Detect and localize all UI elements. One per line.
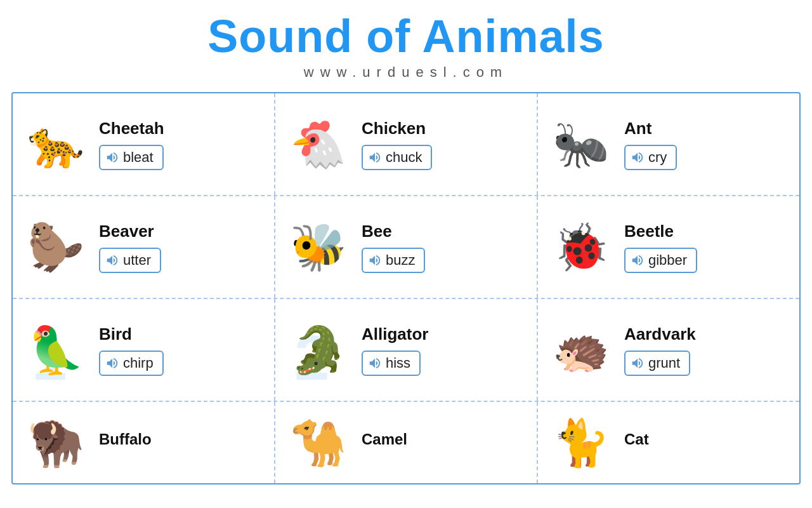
aardvark-image: 🦔 <box>543 312 619 388</box>
bee-info: Bee buzz <box>362 222 425 273</box>
beaver-sound-badge[interactable]: utter <box>99 248 161 273</box>
speaker-icon <box>105 150 119 164</box>
grid-cell-alligator: 2🐊Alligator hiss <box>275 299 538 401</box>
alligator-name: Alligator <box>362 324 428 344</box>
speaker-icon <box>105 253 119 267</box>
chicken-image: 🐔 <box>280 106 357 182</box>
cheetah-name: Cheetah <box>99 119 164 138</box>
cat-image: 🐈 <box>543 411 619 474</box>
beetle-info: Beetle gibber <box>624 222 697 273</box>
buffalo-info: Buffalo <box>99 431 152 455</box>
camel-info: Camel <box>362 431 407 455</box>
buffalo-name: Buffalo <box>99 431 152 448</box>
aardvark-name: Aardvark <box>624 324 696 344</box>
beaver-sound-text: utter <box>123 252 151 269</box>
chicken-name: Chicken <box>362 119 426 138</box>
chicken-info: Chicken chuck <box>362 119 432 170</box>
aardvark-sound-badge[interactable]: grunt <box>624 351 690 376</box>
page-subtitle: www.urduesl.com <box>0 64 812 81</box>
cheetah-sound-text: bleat <box>123 149 154 166</box>
grid-cell-beetle: 🐞Beetle gibber <box>538 196 799 298</box>
speaker-icon <box>368 150 382 164</box>
grid-row-3: 🦬Buffalo🐪Camel🐈Cat <box>13 402 799 483</box>
ant-image: 🐜 <box>543 106 619 182</box>
speaker-icon <box>631 253 645 267</box>
buffalo-image: 🦬 <box>18 411 94 474</box>
bird-sound-badge[interactable]: chirp <box>99 351 164 376</box>
bird-sound-text: chirp <box>123 355 154 371</box>
page-title: Sound of Animals <box>0 11 812 62</box>
grid-cell-cat: 🐈Cat <box>538 402 799 483</box>
beaver-name: Beaver <box>99 222 154 241</box>
chicken-sound-badge[interactable]: chuck <box>362 145 432 170</box>
camel-name: Camel <box>362 431 407 448</box>
beaver-info: Beaver utter <box>99 222 161 273</box>
bee-name: Bee <box>362 222 392 241</box>
bird-name: Bird <box>99 324 132 344</box>
ant-name: Ant <box>624 119 652 138</box>
cat-name: Cat <box>624 431 649 448</box>
bird-info: Bird chirp <box>99 324 164 376</box>
cheetah-sound-badge[interactable]: bleat <box>99 145 164 170</box>
speaker-icon <box>631 356 645 370</box>
beetle-name: Beetle <box>624 222 674 241</box>
grid-row-0: 🐆Cheetah bleat🐔Chicken chuck🐜Ant cry <box>13 93 799 196</box>
grid-cell-bird: 1🦜Bird chirp <box>13 299 275 401</box>
cat-info: Cat <box>624 431 649 455</box>
grid-row-2: 1🦜Bird chirp2🐊Alligator hiss🦔Aardvark gr… <box>13 299 799 402</box>
cheetah-image: 🐆 <box>18 106 94 182</box>
speaker-icon <box>368 253 382 267</box>
beaver-image: 🦫 <box>18 209 94 285</box>
grid-cell-camel: 🐪Camel <box>275 402 538 483</box>
beetle-sound-text: gibber <box>648 252 687 269</box>
cheetah-info: Cheetah bleat <box>99 119 164 170</box>
grid-cell-ant: 🐜Ant cry <box>538 93 799 195</box>
ant-sound-text: cry <box>648 149 667 166</box>
grid-cell-aardvark: 🦔Aardvark grunt <box>538 299 799 401</box>
bee-sound-text: buzz <box>386 252 415 269</box>
aardvark-sound-text: grunt <box>648 355 680 371</box>
speaker-icon <box>105 356 119 370</box>
bee-image: 🐝 <box>280 209 357 285</box>
grid-cell-cheetah: 🐆Cheetah bleat <box>13 93 275 195</box>
animal-grid: 🐆Cheetah bleat🐔Chicken chuck🐜Ant cry🦫Bea… <box>11 92 801 485</box>
alligator-sound-text: hiss <box>386 355 410 371</box>
bird-image: 🦜 <box>18 312 94 388</box>
grid-cell-buffalo: 🦬Buffalo <box>13 402 275 483</box>
chicken-sound-text: chuck <box>386 149 422 166</box>
aardvark-info: Aardvark grunt <box>624 324 696 376</box>
camel-image: 🐪 <box>280 411 357 474</box>
alligator-info: Alligator hiss <box>362 324 428 376</box>
grid-cell-beaver: 🦫Beaver utter <box>13 196 275 298</box>
alligator-image: 🐊 <box>280 312 357 388</box>
grid-row-1: 🦫Beaver utter🐝Bee buzz🐞Beetle gibber <box>13 196 799 299</box>
page-header: Sound of Animals www.urduesl.com <box>0 0 812 92</box>
speaker-icon <box>631 150 645 164</box>
grid-cell-bee: 🐝Bee buzz <box>275 196 538 298</box>
beetle-image: 🐞 <box>543 209 619 285</box>
alligator-sound-badge[interactable]: hiss <box>362 351 421 376</box>
bee-sound-badge[interactable]: buzz <box>362 248 425 273</box>
ant-info: Ant cry <box>624 119 677 170</box>
grid-cell-chicken: 🐔Chicken chuck <box>275 93 538 195</box>
beetle-sound-badge[interactable]: gibber <box>624 248 697 273</box>
speaker-icon <box>368 356 382 370</box>
ant-sound-badge[interactable]: cry <box>624 145 677 170</box>
